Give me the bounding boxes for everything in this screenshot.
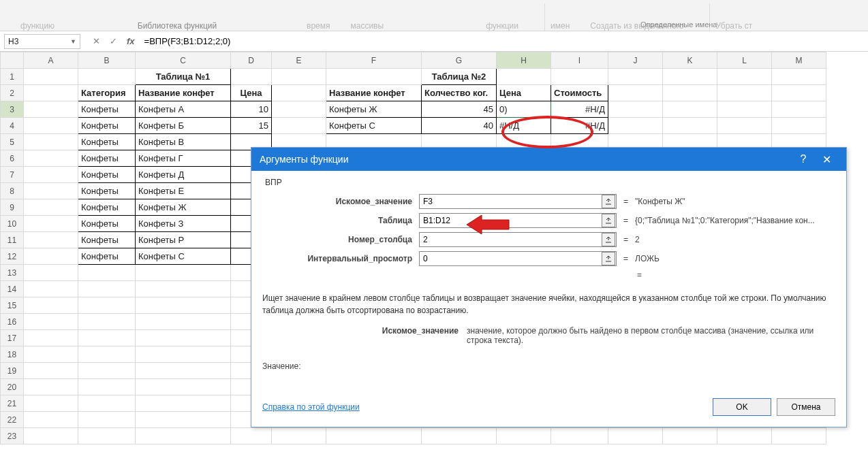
cell-C22[interactable] [136, 412, 231, 428]
dialog-titlebar[interactable]: Аргументы функции ? ✕ [251, 148, 846, 171]
cell-E3[interactable] [272, 101, 326, 118]
cell-D4[interactable]: 15 [231, 118, 272, 134]
arg-input-wrap-0[interactable] [419, 194, 617, 209]
cell-A3[interactable] [24, 101, 78, 118]
cell-M3[interactable] [772, 101, 826, 118]
arg-input-wrap-1[interactable] [419, 213, 617, 228]
cell-C6[interactable]: Конфеты Г [136, 150, 231, 167]
cell-B23[interactable] [78, 428, 136, 444]
cell-A13[interactable] [24, 265, 78, 281]
cell-B1[interactable] [78, 69, 136, 85]
cell-A17[interactable] [24, 330, 78, 346]
cell-M4[interactable] [772, 118, 826, 134]
cell-A20[interactable] [24, 379, 78, 395]
cell-B20[interactable] [78, 379, 136, 395]
cell-L2[interactable] [717, 85, 772, 101]
cell-G1[interactable]: Таблица №2 [422, 69, 497, 85]
formula-input[interactable] [142, 34, 868, 49]
cell-C16[interactable] [136, 314, 231, 330]
cell-G2[interactable]: Колчество ког. [422, 85, 497, 101]
row-header-1[interactable]: 1 [1, 69, 24, 85]
cell-B13[interactable] [78, 265, 136, 281]
range-select-icon[interactable] [602, 214, 615, 227]
col-header-M[interactable]: M [772, 52, 826, 69]
cell-G3[interactable]: 45 [422, 101, 497, 118]
cell-K23[interactable] [663, 428, 717, 444]
cell-C5[interactable]: Конфеты В [136, 134, 231, 150]
cell-D1[interactable] [231, 69, 272, 85]
row-header-19[interactable]: 19 [1, 363, 24, 379]
cell-B17[interactable] [78, 330, 136, 346]
cell-A7[interactable] [24, 167, 78, 183]
cell-C15[interactable] [136, 297, 231, 314]
cell-E4[interactable] [272, 118, 326, 134]
cell-C12[interactable]: Конфеты С [136, 248, 231, 265]
row-header-21[interactable]: 21 [1, 395, 24, 412]
cell-D3[interactable]: 10 [231, 101, 272, 118]
cancel-button[interactable]: Отмена [777, 398, 835, 416]
cell-B7[interactable]: Конфеты [78, 167, 136, 183]
cell-A5[interactable] [24, 134, 78, 150]
cell-J23[interactable] [608, 428, 663, 444]
cell-C20[interactable] [136, 379, 231, 395]
chevron-down-icon[interactable]: ▼ [70, 38, 76, 45]
cell-B18[interactable] [78, 346, 136, 363]
cell-H1[interactable] [497, 69, 551, 85]
cell-A18[interactable] [24, 346, 78, 363]
cell-C1[interactable]: Таблица №1 [136, 69, 231, 85]
cell-C4[interactable]: Конфеты Б [136, 118, 231, 134]
cell-C18[interactable] [136, 346, 231, 363]
cell-B10[interactable]: Конфеты [78, 216, 136, 232]
row-header-14[interactable]: 14 [1, 281, 24, 297]
cell-B22[interactable] [78, 412, 136, 428]
row-header-20[interactable]: 20 [1, 379, 24, 395]
col-header-G[interactable]: G [422, 52, 497, 69]
row-header-12[interactable]: 12 [1, 248, 24, 265]
row-header-4[interactable]: 4 [1, 118, 24, 134]
row-header-17[interactable]: 17 [1, 330, 24, 346]
cell-B11[interactable]: Конфеты [78, 232, 136, 248]
cell-B8[interactable]: Конфеты [78, 183, 136, 199]
row-header-5[interactable]: 5 [1, 134, 24, 150]
row-header-16[interactable]: 16 [1, 314, 24, 330]
cell-M23[interactable] [772, 428, 826, 444]
cell-A9[interactable] [24, 199, 78, 216]
cell-A11[interactable] [24, 232, 78, 248]
cell-E2[interactable] [272, 85, 326, 101]
cell-A2[interactable] [24, 85, 78, 101]
cell-F3[interactable]: Конфеты Ж [326, 101, 422, 118]
cell-B15[interactable] [78, 297, 136, 314]
col-header-E[interactable]: E [272, 52, 326, 69]
col-header-H[interactable]: H [497, 52, 551, 69]
cell-H3[interactable]: 0) [497, 101, 551, 118]
row-header-18[interactable]: 18 [1, 346, 24, 363]
cell-C10[interactable]: Конфеты З [136, 216, 231, 232]
cell-A1[interactable] [24, 69, 78, 85]
row-header-8[interactable]: 8 [1, 183, 24, 199]
cell-J2[interactable] [608, 85, 663, 101]
cell-A19[interactable] [24, 363, 78, 379]
col-header-I[interactable]: I [551, 52, 608, 69]
cell-C7[interactable]: Конфеты Д [136, 167, 231, 183]
cell-F4[interactable]: Конфеты С [326, 118, 422, 134]
cell-C23[interactable] [136, 428, 231, 444]
cell-J3[interactable] [608, 101, 663, 118]
cell-C3[interactable]: Конфеты А [136, 101, 231, 118]
cell-B19[interactable] [78, 363, 136, 379]
arg-input-3[interactable] [420, 252, 602, 265]
cell-C2[interactable]: Название конфет [136, 85, 231, 101]
cell-E1[interactable] [272, 69, 326, 85]
row-header-15[interactable]: 15 [1, 297, 24, 314]
cell-B9[interactable]: Конфеты [78, 199, 136, 216]
col-header-A[interactable]: A [24, 52, 78, 69]
cell-C8[interactable]: Конфеты Е [136, 183, 231, 199]
row-header-13[interactable]: 13 [1, 265, 24, 281]
cell-C19[interactable] [136, 363, 231, 379]
cell-C9[interactable]: Конфеты Ж [136, 199, 231, 216]
cell-G4[interactable]: 40 [422, 118, 497, 134]
cell-A6[interactable] [24, 150, 78, 167]
cell-L4[interactable] [717, 118, 772, 134]
cell-I23[interactable] [551, 428, 608, 444]
help-link[interactable]: Справка по этой функции [262, 402, 360, 412]
cell-D23[interactable] [231, 428, 272, 444]
